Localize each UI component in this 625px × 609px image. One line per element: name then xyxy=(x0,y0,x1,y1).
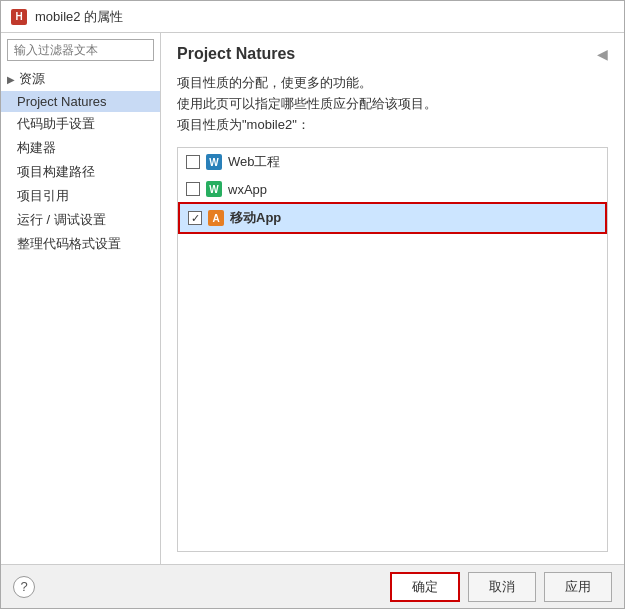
title-bar-text: mobile2 的属性 xyxy=(35,8,614,26)
sidebar-item-builder[interactable]: 构建器 xyxy=(1,136,160,160)
sidebar-item-code-format[interactable]: 整理代码格式设置 xyxy=(1,232,160,256)
nature-item-wxapp[interactable]: W wxApp xyxy=(178,176,607,202)
sidebar-item-project-natures[interactable]: Project Natures xyxy=(1,91,160,112)
desc-line3: 项目性质为"mobile2"： xyxy=(177,115,608,136)
panel-description: 项目性质的分配，使更多的功能。 使用此页可以指定哪些性质应分配给该项目。 项目性… xyxy=(177,73,608,135)
nature-label-mobile: 移动App xyxy=(230,209,281,227)
panel-title: Project Natures xyxy=(177,45,295,63)
nature-label-web: Web工程 xyxy=(228,153,281,171)
nature-icon-mobile: A xyxy=(208,210,224,226)
bottom-buttons: 确定 取消 应用 xyxy=(390,572,612,602)
cancel-button[interactable]: 取消 xyxy=(468,572,536,602)
nature-item-web[interactable]: W Web工程 xyxy=(178,148,607,176)
main-panel: Project Natures ◀ 项目性质的分配，使更多的功能。 使用此页可以… xyxy=(161,33,624,564)
sidebar-tree: ▶ 资源 Project Natures 代码助手设置 构建器 项目构建路径 项… xyxy=(1,65,160,564)
bottom-bar: ? 确定 取消 应用 xyxy=(1,564,624,608)
title-bar: H mobile2 的属性 xyxy=(1,1,624,33)
nature-checkbox-mobile[interactable] xyxy=(188,211,202,225)
nature-checkbox-web[interactable] xyxy=(186,155,200,169)
nav-arrow-icon[interactable]: ◀ xyxy=(597,46,608,62)
sidebar-item-run-debug[interactable]: 运行 / 调试设置 xyxy=(1,208,160,232)
properties-window: H mobile2 的属性 ▶ 资源 Project Natures 代码助手设… xyxy=(0,0,625,609)
sidebar-item-resources[interactable]: ▶ 资源 xyxy=(1,67,160,91)
sidebar-item-code-assistant[interactable]: 代码助手设置 xyxy=(1,112,160,136)
content-area: ▶ 资源 Project Natures 代码助手设置 构建器 项目构建路径 项… xyxy=(1,33,624,564)
confirm-button[interactable]: 确定 xyxy=(390,572,460,602)
help-button[interactable]: ? xyxy=(13,576,35,598)
nature-icon-wxapp: W xyxy=(206,181,222,197)
nature-icon-web: W xyxy=(206,154,222,170)
panel-header: Project Natures ◀ xyxy=(177,45,608,63)
nature-item-mobile[interactable]: A 移动App xyxy=(178,202,607,234)
expand-arrow: ▶ xyxy=(7,74,15,85)
app-icon: H xyxy=(11,9,27,25)
sidebar-item-build-path[interactable]: 项目构建路径 xyxy=(1,160,160,184)
sidebar: ▶ 资源 Project Natures 代码助手设置 构建器 项目构建路径 项… xyxy=(1,33,161,564)
nature-label-wxapp: wxApp xyxy=(228,182,267,197)
natures-list: W Web工程 W wxApp A xyxy=(177,147,608,552)
desc-line2: 使用此页可以指定哪些性质应分配给该项目。 xyxy=(177,94,608,115)
desc-line1: 项目性质的分配，使更多的功能。 xyxy=(177,73,608,94)
apply-button[interactable]: 应用 xyxy=(544,572,612,602)
filter-input[interactable] xyxy=(7,39,154,61)
sidebar-item-project-ref[interactable]: 项目引用 xyxy=(1,184,160,208)
nature-checkbox-wxapp[interactable] xyxy=(186,182,200,196)
